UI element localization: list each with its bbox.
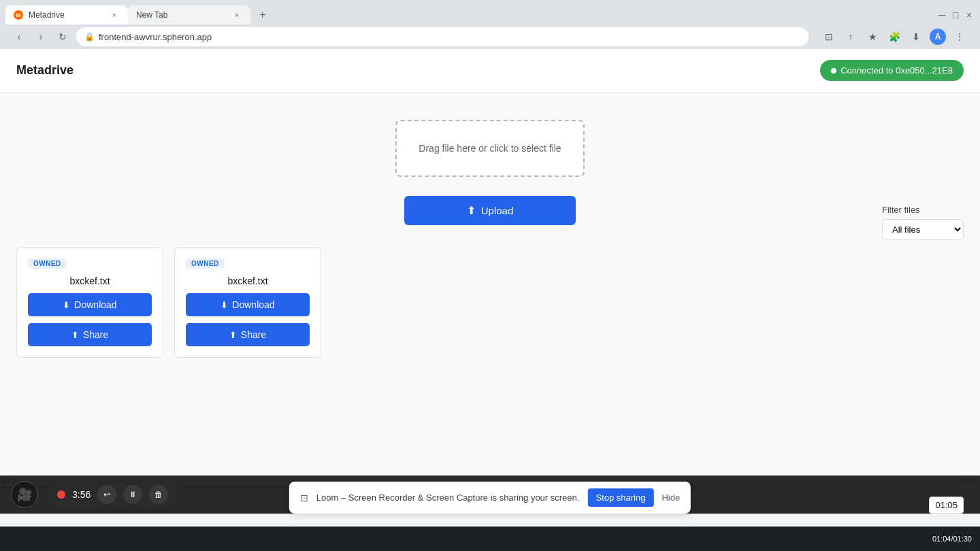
cast-icon[interactable]: ⊡ <box>819 27 838 46</box>
tab-newtab[interactable]: New Tab × <box>128 5 250 24</box>
main-content: Drag file here or click to select file ⬆… <box>0 93 980 498</box>
app-title: Metadrive <box>16 63 74 78</box>
tab-newtab-close[interactable]: × <box>231 10 242 20</box>
upload-zone-text: Drag file here or click to select file <box>419 143 561 154</box>
bookmark-icon[interactable]: ★ <box>863 27 882 46</box>
forward-button[interactable]: › <box>33 29 49 45</box>
upload-dropzone[interactable]: Drag file here or click to select file <box>395 120 584 177</box>
loom-recording-controls: 3:56 ↩ ⏸ 🗑 <box>46 481 179 508</box>
tab-newtab-label: New Tab <box>136 10 226 20</box>
filter-area: Filter files All files <box>882 205 964 240</box>
browser-chrome: M Metadrive × New Tab × + ─ □ × ‹ › ↻ 🔒 … <box>0 0 980 49</box>
app-body: Metadrive Connected to 0xe050...21E8 Dra… <box>0 49 980 497</box>
reload-button[interactable]: ↻ <box>54 29 71 45</box>
minimize-button[interactable]: ─ <box>936 10 947 20</box>
share-button-2[interactable]: ⬆ Share <box>186 323 310 346</box>
delete-button[interactable]: 🗑 <box>149 485 168 504</box>
share-button-1[interactable]: ⬆ Share <box>28 323 152 346</box>
metadrive-favicon: M <box>14 10 23 20</box>
tab-metadrive-label: Metadrive <box>29 10 103 20</box>
file-card-2: OWNED bxckef.txt ⬇ Download ⬆ Share <box>174 247 321 358</box>
back-button[interactable]: ‹ <box>11 29 27 45</box>
pause-button[interactable]: ⏸ <box>123 485 142 504</box>
address-bar: ‹ › ↻ 🔒 frontend-awvrur.spheron.app ⊡ ↑ … <box>0 24 980 49</box>
upload-row: ⬆ Upload <box>299 196 681 225</box>
new-tab-button[interactable]: + <box>253 5 272 24</box>
owned-badge-1: OWNED <box>28 258 67 269</box>
menu-icon[interactable]: ⋮ <box>950 27 969 46</box>
address-input[interactable]: 🔒 frontend-awvrur.spheron.app <box>76 27 808 46</box>
share-icon-2: ⬆ <box>229 330 237 340</box>
recording-time: 3:56 <box>72 489 91 500</box>
share-icon[interactable]: ↑ <box>841 27 860 46</box>
recording-dot <box>57 490 65 499</box>
window-controls: ─ □ × <box>936 10 975 20</box>
download-label-2: Download <box>232 299 274 310</box>
upload-arrow-icon: ⬆ <box>467 204 476 217</box>
connected-dot <box>831 68 836 73</box>
stop-sharing-button[interactable]: Stop sharing <box>587 488 653 507</box>
file-name-1: bxckef.txt <box>28 276 152 286</box>
screen-share-icon: ⊡ <box>300 492 308 503</box>
filter-select[interactable]: All files <box>882 219 964 240</box>
screen-share-message: Loom – Screen Recorder & Screen Capture … <box>316 492 580 503</box>
connected-button[interactable]: Connected to 0xe050...21E8 <box>820 60 964 81</box>
filter-label: Filter files <box>882 205 964 215</box>
profile-avatar: A <box>930 29 946 45</box>
file-cards: OWNED bxckef.txt ⬇ Download ⬆ Share OWNE… <box>16 247 964 358</box>
taskbar-time: 01:04/01:30 <box>932 535 977 543</box>
owned-badge-2: OWNED <box>186 258 225 269</box>
download-icon-2: ⬇ <box>220 300 228 310</box>
share-label-1: Share <box>83 329 108 340</box>
address-text: frontend-awvrur.spheron.app <box>99 32 212 42</box>
hide-button[interactable]: Hide <box>662 492 680 503</box>
timestamp-text: 01:05 <box>935 500 958 510</box>
maximize-button[interactable]: □ <box>950 10 961 20</box>
file-name-2: bxckef.txt <box>186 276 310 286</box>
loom-camera-button[interactable]: 🎥 <box>11 481 38 508</box>
share-icon-1: ⬆ <box>71 330 79 340</box>
screen-share-notification: ⊡ Loom – Screen Recorder & Screen Captur… <box>289 482 691 514</box>
share-label-2: Share <box>241 329 266 340</box>
toolbar-icons: ⊡ ↑ ★ 🧩 ⬇ A ⋮ <box>819 27 969 46</box>
file-card-1: OWNED bxckef.txt ⬇ Download ⬆ Share <box>16 247 163 358</box>
download-button-1[interactable]: ⬇ Download <box>28 293 152 316</box>
download-label-1: Download <box>74 299 116 310</box>
undo-button[interactable]: ↩ <box>97 485 116 504</box>
close-window-button[interactable]: × <box>964 10 975 20</box>
lock-icon: 🔒 <box>84 32 95 41</box>
upload-button-label: Upload <box>481 205 514 216</box>
timestamp-badge: 01:05 <box>929 497 964 514</box>
tab-bar: M Metadrive × New Tab × + ─ □ × <box>0 0 980 24</box>
center-zone: Drag file here or click to select file ⬆… <box>0 93 980 225</box>
profile-icon[interactable]: A <box>928 27 947 46</box>
file-cards-wrapper: OWNED bxckef.txt ⬇ Download ⬆ Share OWNE… <box>0 247 980 358</box>
extensions-icon[interactable]: 🧩 <box>885 27 904 46</box>
tab-metadrive-close[interactable]: × <box>109 10 120 20</box>
upload-button[interactable]: ⬆ Upload <box>404 196 576 225</box>
taskbar: 01:04/01:30 <box>0 527 980 551</box>
download-icon[interactable]: ⬇ <box>906 27 926 46</box>
download-button-2[interactable]: ⬇ Download <box>186 293 310 316</box>
tab-metadrive[interactable]: M Metadrive × <box>5 5 128 24</box>
download-icon-1: ⬇ <box>63 300 70 310</box>
connected-label: Connected to 0xe050...21E8 <box>840 65 953 76</box>
app-header: Metadrive Connected to 0xe050...21E8 <box>0 49 980 93</box>
